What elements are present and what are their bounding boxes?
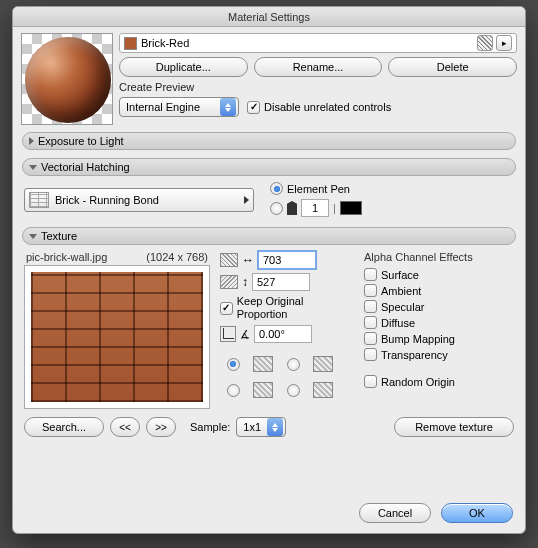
alpha-ambient-checkbox[interactable]: Ambient (364, 284, 514, 297)
alpha-effects-label: Alpha Channel Effects (364, 251, 514, 263)
pen-icon (287, 201, 297, 215)
alpha-transparency-checkbox[interactable]: Transparency (364, 348, 514, 361)
random-origin-checkbox[interactable]: Random Origin (364, 375, 514, 388)
material-color-swatch[interactable] (124, 37, 137, 50)
material-settings-window: Material Settings ▸ Duplicate... Rename.… (12, 6, 526, 534)
window-title: Material Settings (228, 11, 310, 23)
search-button[interactable]: Search... (24, 417, 104, 437)
texture-dimensions: (1024 x 768) (146, 251, 208, 263)
hatch-thumb-icon (29, 192, 49, 208)
alpha-diffuse-checkbox[interactable]: Diffuse (364, 316, 514, 329)
pen-number-field[interactable] (301, 199, 329, 217)
radio-on-icon (270, 182, 283, 195)
texture-height-field[interactable] (252, 273, 310, 291)
element-pen-radio[interactable]: Element Pen (270, 182, 362, 195)
height-icon (220, 275, 238, 289)
rename-button[interactable]: Rename... (254, 57, 383, 77)
hatch-pattern-value: Brick - Running Bond (55, 194, 159, 206)
exposure-section-header[interactable]: Exposure to Light (22, 132, 516, 150)
hatch-pattern-select[interactable]: Brick - Running Bond (24, 188, 254, 212)
ok-button[interactable]: OK (441, 503, 513, 523)
exposure-title: Exposure to Light (38, 135, 124, 147)
texture-filename: pic-brick-wall.jpg (26, 251, 107, 263)
keep-proportion-label: Keep Original Proportion (237, 295, 354, 321)
checkbox-icon (220, 302, 233, 315)
checkbox-icon (247, 101, 260, 114)
pen-color-swatch[interactable] (340, 201, 362, 215)
alpha-surface-checkbox[interactable]: Surface (364, 268, 514, 281)
titlebar: Material Settings (13, 7, 525, 27)
alpha-specular-checkbox[interactable]: Specular (364, 300, 514, 313)
engine-select-value: Internal Engine (126, 101, 220, 113)
tile-radio-2[interactable] (287, 358, 300, 371)
tile-thumb-2 (313, 356, 333, 372)
tile-thumb-3 (253, 382, 273, 398)
tile-mode-grid (220, 353, 354, 401)
hatching-title: Vectorial Hatching (41, 161, 130, 173)
texture-preview (24, 265, 210, 409)
tile-radio-4[interactable] (287, 384, 300, 397)
hatching-section-header[interactable]: Vectorial Hatching (22, 158, 516, 176)
tile-radio-1[interactable] (227, 358, 240, 371)
delete-button[interactable]: Delete (388, 57, 517, 77)
material-name-field[interactable]: ▸ (119, 33, 517, 53)
engine-select[interactable]: Internal Engine (119, 97, 239, 117)
remove-texture-button[interactable]: Remove texture (394, 417, 514, 437)
radio-off-icon (270, 202, 283, 215)
sample-select[interactable]: 1x1 (236, 417, 286, 437)
disclosure-down-icon (29, 234, 37, 239)
element-pen-label: Element Pen (287, 183, 350, 195)
disable-unrelated-label: Disable unrelated controls (264, 101, 391, 113)
sample-label: Sample: (190, 421, 230, 433)
material-preview (21, 33, 113, 125)
texture-width-field[interactable] (258, 251, 316, 269)
prev-texture-button[interactable]: << (110, 417, 140, 437)
preview-sphere (25, 37, 111, 123)
sample-value: 1x1 (243, 421, 267, 433)
disclosure-right-icon (29, 137, 34, 145)
create-preview-label: Create Preview (119, 81, 517, 93)
disclosure-down-icon (29, 165, 37, 170)
custom-pen-radio[interactable]: | (270, 199, 362, 217)
material-pattern-icon[interactable] (477, 35, 493, 51)
material-name-input[interactable] (141, 37, 473, 49)
texture-title: Texture (41, 230, 77, 242)
angle-icon (220, 326, 236, 342)
texture-angle-field[interactable] (254, 325, 312, 343)
width-icon (220, 253, 238, 267)
chevron-right-icon (244, 196, 249, 204)
select-arrows-icon (220, 98, 236, 116)
next-texture-button[interactable]: >> (146, 417, 176, 437)
texture-section-header[interactable]: Texture (22, 227, 516, 245)
alpha-bump-checkbox[interactable]: Bump Mapping (364, 332, 514, 345)
select-arrows-icon (267, 418, 283, 436)
cancel-button[interactable]: Cancel (359, 503, 431, 523)
duplicate-button[interactable]: Duplicate... (119, 57, 248, 77)
tile-radio-3[interactable] (227, 384, 240, 397)
material-menu-icon[interactable]: ▸ (496, 35, 512, 51)
tile-thumb-4 (313, 382, 333, 398)
keep-proportion-checkbox[interactable]: Keep Original Proportion (220, 295, 354, 321)
tile-thumb-1 (253, 356, 273, 372)
disable-unrelated-checkbox[interactable]: Disable unrelated controls (247, 101, 391, 114)
brick-texture-image (31, 272, 203, 402)
